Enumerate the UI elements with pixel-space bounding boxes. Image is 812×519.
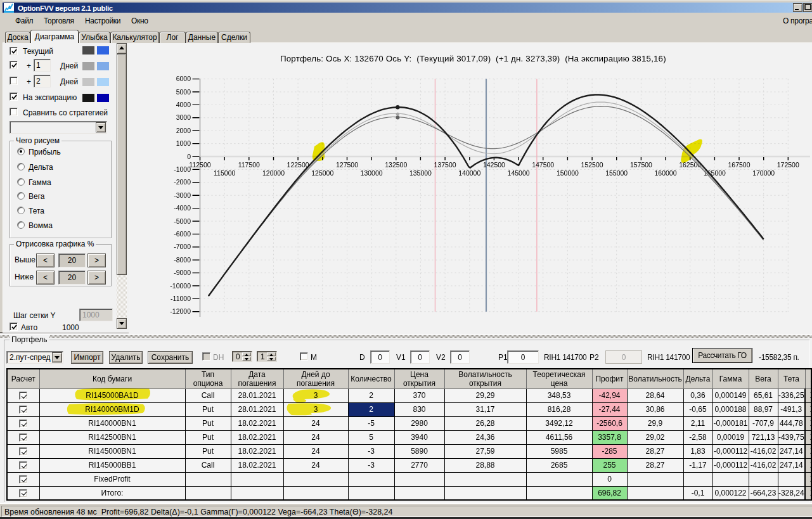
svg-text:-1000: -1000 xyxy=(174,165,191,173)
svg-text:-9000: -9000 xyxy=(174,269,191,276)
svg-text:125000: 125000 xyxy=(311,169,333,177)
svg-text:160000: 160000 xyxy=(654,169,676,177)
svg-text:-8000: -8000 xyxy=(174,256,191,264)
svg-text:155000: 155000 xyxy=(605,169,628,177)
svg-text:2000: 2000 xyxy=(176,127,191,134)
svg-text:-2000: -2000 xyxy=(174,178,191,186)
svg-text:-10000: -10000 xyxy=(170,282,191,290)
svg-text:145000: 145000 xyxy=(508,169,530,177)
svg-text:127500: 127500 xyxy=(336,161,358,169)
svg-text:5000: 5000 xyxy=(176,88,191,96)
svg-text:120000: 120000 xyxy=(262,169,285,177)
svg-text:167500: 167500 xyxy=(728,161,750,169)
svg-text:3000: 3000 xyxy=(176,113,191,121)
svg-text:130000: 130000 xyxy=(361,169,383,177)
svg-text:115000: 115000 xyxy=(214,169,235,177)
svg-text:4000: 4000 xyxy=(176,101,191,108)
svg-text:132500: 132500 xyxy=(385,161,407,169)
svg-text:-4000: -4000 xyxy=(174,204,191,212)
svg-text:140000: 140000 xyxy=(458,169,480,177)
svg-text:172500: 172500 xyxy=(777,161,799,169)
svg-text:170000: 170000 xyxy=(752,169,775,177)
svg-text:-3000: -3000 xyxy=(174,191,191,199)
svg-text:6000: 6000 xyxy=(176,75,191,82)
svg-text:137500: 137500 xyxy=(434,161,456,169)
svg-text:Портфель: Ось X: 132670 Ось Y:: Портфель: Ось X: 132670 Ось Y: (Текущий … xyxy=(280,54,666,63)
svg-text:147500: 147500 xyxy=(532,161,554,169)
svg-text:142500: 142500 xyxy=(483,161,505,169)
svg-text:-6000: -6000 xyxy=(174,230,191,238)
svg-text:152500: 152500 xyxy=(581,161,603,169)
svg-text:122500: 122500 xyxy=(287,161,309,169)
svg-text:135000: 135000 xyxy=(409,169,432,177)
svg-text:-7000: -7000 xyxy=(174,243,191,250)
svg-text:-5000: -5000 xyxy=(174,217,191,225)
svg-text:-12000: -12000 xyxy=(170,307,191,315)
svg-text:157500: 157500 xyxy=(630,161,652,169)
svg-text:1000: 1000 xyxy=(176,139,191,147)
svg-text:-11000: -11000 xyxy=(171,295,191,302)
svg-text:112500: 112500 xyxy=(189,161,210,169)
svg-text:150000: 150000 xyxy=(557,169,579,177)
svg-text:117500: 117500 xyxy=(238,161,260,169)
svg-text:0: 0 xyxy=(187,153,191,160)
